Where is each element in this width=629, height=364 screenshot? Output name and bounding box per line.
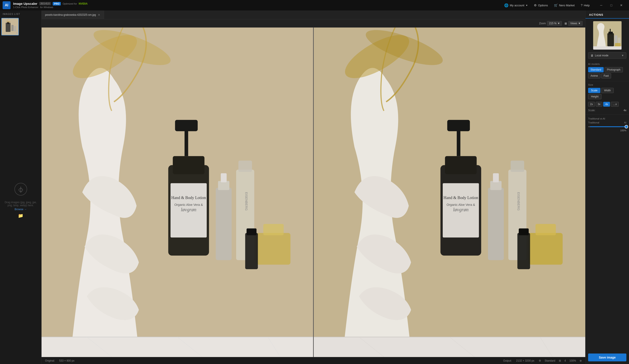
traditional-label: Traditional xyxy=(588,121,599,124)
model-photograph-button[interactable]: Photograph xyxy=(605,67,623,72)
divider-1 xyxy=(586,81,629,81)
market-icon: 🛒 xyxy=(554,3,558,7)
output-label: Output: xyxy=(503,359,512,362)
svg-text:EISENBERG: EISENBERG xyxy=(245,192,248,211)
local-mode-label: Local mode xyxy=(595,54,609,57)
maximize-button[interactable]: □ xyxy=(606,2,616,9)
ai-models-label: AI models xyxy=(586,61,629,66)
center-panel: pexels-karolina-grabowska-4202325-sm.jpg… xyxy=(41,10,585,364)
model-anime-button[interactable]: Anime xyxy=(588,73,600,78)
zoom-status: 100% xyxy=(569,359,576,362)
svg-rect-61 xyxy=(609,32,613,34)
tab-close-button[interactable]: ✕ xyxy=(98,13,100,16)
model-standard-button[interactable]: Standard xyxy=(588,67,604,72)
toolbar: Zoom 215 % ▼ ▦ Views ▼ xyxy=(41,19,585,27)
model-fast-button[interactable]: Fast xyxy=(601,73,611,78)
canvas-area: Hand & Body Lotion Organic Aloe Vera & l… xyxy=(41,27,585,357)
folder-icon[interactable]: 📁 xyxy=(18,213,23,218)
size-label: Size xyxy=(586,82,629,87)
drag-text: Drag images (jpg, jpeg, jpe, png, bmp, w… xyxy=(4,201,37,207)
svg-rect-3 xyxy=(11,25,13,31)
views-control: ▦ Views ▼ xyxy=(565,21,583,26)
trad-ai-slider[interactable] xyxy=(588,125,626,129)
app-logo-icon: AI xyxy=(3,1,10,9)
zoom-value: 215 % xyxy=(549,22,556,25)
svg-point-5 xyxy=(7,21,10,22)
svg-rect-57 xyxy=(517,233,530,269)
mode-label: Standard xyxy=(545,359,555,362)
svg-rect-50 xyxy=(529,233,563,265)
tab-bar: pexels-karolina-grabowska-4202325-sm.jpg… xyxy=(41,10,585,19)
images-list-header: IMAGES LIST xyxy=(0,10,41,17)
zoom-control: Zoom 215 % ▼ xyxy=(539,21,562,26)
app-subtitle-for: for Windows xyxy=(40,6,53,8)
output-value: 2132 × 3200 px xyxy=(516,359,534,362)
actions-header: ACTIONS xyxy=(586,10,629,18)
svg-rect-23 xyxy=(238,161,252,172)
options-button[interactable]: ⚙ Options xyxy=(532,2,550,8)
svg-text:Hand & Body Lotion: Hand & Body Lotion xyxy=(171,195,206,200)
svg-rect-4 xyxy=(14,26,16,31)
original-label: Original: xyxy=(45,359,55,362)
images-list-area: ⬇ xyxy=(0,17,41,37)
svg-rect-44 xyxy=(488,188,504,260)
trad-ai-section: Traditional vs AI Traditional AI 100% xyxy=(586,116,629,133)
save-image-button[interactable]: Save image xyxy=(588,354,626,361)
scale-3x-button[interactable]: 3x xyxy=(596,102,603,107)
size-scale-button[interactable]: Scale xyxy=(588,88,600,93)
preview-thumbnail xyxy=(593,21,622,50)
scale-2x-button[interactable]: 2x xyxy=(588,102,595,107)
svg-rect-13 xyxy=(173,156,204,174)
slider-percent: 100% xyxy=(588,129,626,132)
original-product-svg: Hand & Body Lotion Organic Aloe Vera & l… xyxy=(41,27,313,357)
svg-rect-27 xyxy=(41,337,313,357)
zoom-dropdown[interactable]: 215 % ▼ xyxy=(547,21,562,26)
svg-text:Organic Aloe Vera &: Organic Aloe Vera & xyxy=(174,203,203,207)
titlebar-right: 🌐 My account ▼ ⚙ Options 🛒 Nero Market ?… xyxy=(502,2,626,9)
help-button[interactable]: ? Help xyxy=(579,2,592,8)
window-controls: ─ □ ✕ xyxy=(596,2,626,9)
image-thumbnail[interactable]: ⬇ xyxy=(1,18,19,35)
svg-rect-48 xyxy=(510,161,524,172)
local-mode-dropdown[interactable]: 🖥 Local mode ▼ xyxy=(588,52,626,59)
nvidia-logo: NVIDIA xyxy=(79,2,88,5)
pro-badge: PRO xyxy=(53,2,61,5)
svg-rect-19 xyxy=(216,188,232,260)
views-icon: ▦ xyxy=(565,22,567,25)
divider-2 xyxy=(586,115,629,115)
local-mode-chevron-icon: ▼ xyxy=(621,54,624,57)
nvidia-text: Optimized for xyxy=(63,2,77,5)
scale-custom-button[interactable]: …x xyxy=(611,102,619,107)
nero-market-button[interactable]: 🛒 Nero Market xyxy=(552,2,577,8)
trad-ai-labels: Traditional AI xyxy=(588,121,626,124)
ai-label: AI xyxy=(624,121,626,124)
close-button[interactable]: ✕ xyxy=(616,2,626,9)
scale-label: Scale: xyxy=(588,109,595,112)
original-image-panel: Hand & Body Lotion Organic Aloe Vera & l… xyxy=(41,27,313,357)
svg-text:Hand & Body Lotion: Hand & Body Lotion xyxy=(443,195,478,200)
size-height-button[interactable]: Height xyxy=(588,94,602,99)
globe-icon: 🌐 xyxy=(504,3,508,7)
image-display: Hand & Body Lotion Organic Aloe Vera & l… xyxy=(41,27,585,357)
svg-rect-58 xyxy=(519,229,529,235)
drag-drop-area[interactable]: Drag images (jpg, jpeg, jpe, png, bmp, w… xyxy=(0,37,41,364)
image-tab[interactable]: pexels-karolina-grabowska-4202325-sm.jpg… xyxy=(41,10,104,19)
size-width-button[interactable]: Width xyxy=(601,88,614,93)
scale-4x-button[interactable]: 4x xyxy=(603,102,610,107)
my-account-button[interactable]: 🌐 My account ▼ xyxy=(502,2,530,9)
quality-value: 4 xyxy=(565,359,566,362)
app-subtitle: 1-Click Photo Enhancer xyxy=(13,6,38,8)
svg-rect-51 xyxy=(535,224,556,235)
views-dropdown[interactable]: Views ▼ xyxy=(568,21,583,26)
tab-filename: pexels-karolina-grabowska-4202325-sm.jpg xyxy=(45,13,96,16)
minimize-button[interactable]: ─ xyxy=(596,2,606,9)
scale-value: 4x xyxy=(624,109,626,112)
zoom-chevron-icon: ▼ xyxy=(557,22,560,25)
svg-rect-38 xyxy=(445,156,476,174)
scale-value-row: Scale: 4x xyxy=(586,108,629,114)
browse-link[interactable]: Browse → xyxy=(15,208,27,211)
status-bar: Original: 533 × 800 px Output: 2132 × 32… xyxy=(41,357,585,364)
views-chevron-icon: ▼ xyxy=(578,22,581,25)
svg-text:løvgrøn: løvgrøn xyxy=(453,207,469,212)
slider-thumb[interactable] xyxy=(625,125,628,128)
